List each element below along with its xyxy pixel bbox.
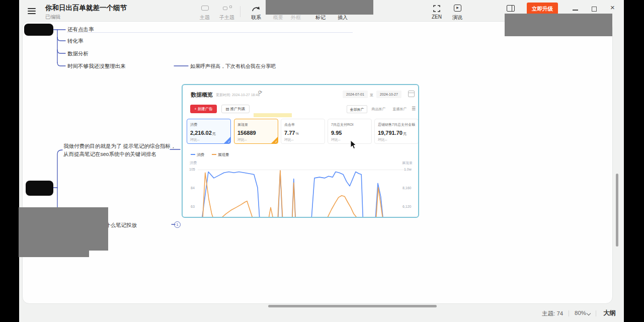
metric-card-cost: 消费 2,216.02元 环比-- ✓ (187, 119, 231, 144)
check-icon: ✓ (275, 140, 278, 144)
tab-product-promo: 商品推广 (368, 105, 389, 113)
legend-impressions: 展现量 (212, 152, 229, 157)
list-grid-icon: ▤ (225, 107, 229, 111)
tab-all-promo: 全部推广 (347, 105, 367, 113)
subtopic-icon-node (229, 6, 232, 8)
ghost-underline (67, 32, 353, 33)
topic-node-redacted[interactable] (26, 181, 53, 196)
branch-item[interactable]: 还有点击率 (67, 26, 94, 33)
tab-live-promo: 直播推广 (389, 105, 410, 113)
toolbar-relationship[interactable]: 联系 (248, 14, 265, 21)
outline-button[interactable]: 大纲 (603, 309, 616, 317)
numbered-marker[interactable]: 1 (174, 221, 181, 228)
chart-series-展现量 (202, 171, 384, 218)
dashboard-image[interactable]: 数据概览 更新时间: 2024-10-27 18:48 ⟳ 2024-07-01… (182, 84, 419, 218)
zen-mode-icon[interactable] (433, 5, 441, 13)
floating-note[interactable]: 如果呼声很高，下次有机会我在分享吧 (190, 63, 276, 70)
statusbar-divider (596, 310, 596, 316)
toolbar-topic[interactable]: 主题 (196, 14, 213, 21)
topic-count: 主题: 74 (542, 310, 563, 317)
left-axis-label: 消费 (190, 160, 197, 166)
branch-item[interactable]: 转化率 (67, 38, 84, 45)
redaction-overlay (266, 0, 373, 15)
toolbar-divider (240, 6, 240, 17)
toolbar-summary[interactable]: 概要 (270, 14, 287, 21)
right-axis-label: 展现量 (402, 160, 413, 166)
document-title: 你和日出百单就差一个细节 (45, 4, 127, 13)
metric-card-roi: 7日总支付ROI 9.95 环比-- (328, 119, 372, 144)
new-ad-button: + 新建广告 (190, 105, 217, 113)
left-tick: 63 (191, 205, 195, 208)
metric-card-ctr: 点击率 7.77% 环比-- (281, 119, 325, 144)
date-end: 2024-10-27 (376, 91, 401, 98)
topic-node-redacted[interactable] (24, 24, 53, 36)
toolbar-present[interactable]: 演说 (449, 14, 466, 21)
trend-chart-svg (201, 170, 412, 218)
mouse-cursor (350, 140, 357, 149)
paid-note-line1[interactable]: 我做付费的目的就是为了 提示笔记的综合指标， (63, 143, 176, 150)
vertical-scrollbar[interactable] (616, 174, 618, 247)
horizontal-scrollbar[interactable] (268, 305, 437, 307)
branch-item[interactable]: 数据分析 (67, 50, 89, 57)
sidebar-toggle-icon[interactable] (507, 5, 515, 12)
toolbar-subtopic[interactable]: 子主题 (218, 14, 235, 21)
branch-item[interactable]: 时间不够我还没整理出来 (67, 63, 126, 70)
redaction-overlay (19, 251, 89, 257)
date-start: 2024-07-01 (343, 91, 368, 98)
dashboard-title: 数据概览 (191, 91, 213, 99)
mindmap-canvas[interactable]: 还有点击率 转化率 数据分析 时间不够我还没整理出来 如果呼声很高，下次有机会我… (22, 21, 613, 304)
zoom-level[interactable]: 80% (575, 310, 586, 316)
highlight-smear (254, 113, 292, 117)
left-tick: 105 (189, 168, 195, 171)
metric-card-gmv: 店铺销售7日总支付金额 19,791.70元 环比-- (374, 119, 419, 144)
menu-icon[interactable] (28, 8, 36, 14)
date-separator: 至 (370, 93, 373, 98)
maximize-button[interactable] (592, 7, 597, 12)
left-tick: 84 (191, 186, 195, 190)
bottom-note[interactable]: 什么笔记投放 (105, 222, 137, 229)
toolbar-zen[interactable]: ZEN (428, 14, 445, 20)
legend-cost: 消费 (191, 152, 204, 157)
promo-list-button: ▤ 推广列表 (221, 105, 250, 113)
redaction-overlay (19, 207, 108, 251)
minimize-button[interactable] (573, 10, 578, 11)
updated-timestamp: 更新时间: 2024-10-27 18:48 (216, 93, 260, 98)
check-icon: ✓ (227, 140, 230, 144)
paid-note-line2[interactable]: 从而提高笔记在seo系统中的关键词排名 (63, 151, 156, 158)
calendar-icon (408, 91, 415, 97)
close-button[interactable]: × (610, 3, 615, 12)
subtopic-icon[interactable] (223, 7, 227, 10)
app-screenshot: 你和日出百单就差一个细节 已编辑 主题 子主题 联系 概要 外框 标记 插入 Z… (0, 0, 644, 322)
toolbar-boundary[interactable]: 外框 (287, 14, 304, 21)
toolbar-insert[interactable]: 插入 (334, 14, 351, 21)
topic-icon[interactable] (201, 6, 209, 11)
document-edit-status: 已编辑 (45, 14, 60, 21)
statusbar-divider (569, 310, 569, 316)
metric-card-impressions: 展现量 156889 环比-- ✓ (234, 119, 278, 144)
relationship-icon[interactable] (251, 4, 261, 13)
toolbar-marker[interactable]: 标记 (312, 14, 329, 21)
upgrade-button[interactable]: 立即升级 (527, 3, 558, 15)
present-icon[interactable]: ▶ (454, 5, 461, 12)
refresh-icon: ⟳ (258, 90, 262, 95)
list-view-icon: ☰ (412, 106, 416, 111)
redaction-overlay (505, 14, 612, 36)
